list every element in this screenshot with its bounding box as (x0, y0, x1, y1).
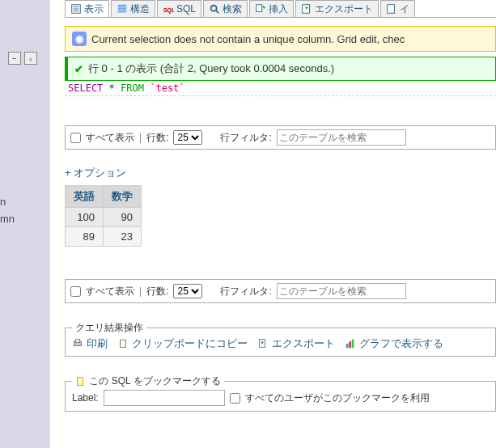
tab-label: SQL (176, 3, 196, 15)
legend-text: この SQL をブックマークする (89, 375, 220, 387)
svg-rect-18 (121, 339, 125, 341)
svg-rect-5 (118, 7, 127, 10)
table-row: 100 90 (66, 208, 142, 227)
link-label: 印刷 (87, 336, 108, 351)
check-icon: ✔ (74, 63, 83, 75)
svg-rect-14 (388, 5, 395, 14)
sidebar: − ⬨ n mn (0, 0, 50, 448)
rows-label: 行数: (146, 131, 168, 145)
export-icon (257, 338, 269, 349)
sql-keyword: SELECT (68, 82, 103, 94)
all-users-label: すべてのユーザがこのブックマークを利用 (245, 391, 430, 405)
tab-insert[interactable]: 挿入 (249, 0, 294, 17)
filter-input[interactable] (277, 283, 406, 299)
main-content: 表示 構造 SQL SQL 検索 挿入 (50, 0, 496, 448)
filter-input[interactable] (277, 129, 406, 146)
tab-sql[interactable]: SQL SQL (157, 0, 201, 17)
list-icon (70, 3, 82, 15)
warning-banner: ◉ Current selection does not contain a u… (65, 26, 496, 52)
result-table: 英語 数学 100 90 89 23 (65, 185, 142, 247)
tab-search[interactable]: 検索 (203, 0, 248, 17)
filter-label: 行フィルタ: (220, 285, 271, 298)
cell: 89 (66, 227, 104, 247)
tab-export[interactable]: エクスポート (295, 0, 379, 17)
column-header[interactable]: 数学 (104, 186, 142, 208)
cell: 100 (66, 208, 104, 227)
svg-line-11 (263, 6, 265, 9)
tab-label: 構造 (130, 2, 150, 16)
show-all-checkbox[interactable] (70, 286, 81, 297)
svg-rect-4 (118, 5, 127, 7)
sql-keyword: FROM (121, 82, 144, 94)
sidebar-tree-fragment: n mn (0, 194, 15, 228)
bookmark-label-input[interactable] (104, 390, 225, 406)
tab-browse[interactable]: 表示 (65, 0, 109, 17)
link-icon[interactable]: ⬨ (24, 52, 37, 65)
tab-structure[interactable]: 構造 (111, 0, 155, 17)
sql-query: SELECT * FROM `test` (65, 81, 496, 96)
insert-icon (255, 3, 266, 15)
print-link[interactable]: 印刷 (72, 336, 108, 351)
show-all-label: すべて表示 (86, 131, 134, 145)
sql-table: `test` (150, 82, 184, 94)
svg-line-9 (216, 11, 219, 14)
copy-link[interactable]: クリップボードにコピー (117, 336, 248, 351)
svg-rect-21 (346, 344, 349, 348)
link-label: クリップボードにコピー (132, 336, 248, 351)
printer-icon (72, 338, 83, 349)
svg-rect-10 (256, 5, 262, 12)
search-icon (209, 3, 220, 15)
warning-text: Current selection does not contain a uni… (91, 33, 405, 45)
svg-rect-23 (352, 340, 354, 349)
filter-label: 行フィルタ: (220, 131, 271, 145)
table-row: 89 23 (66, 227, 142, 247)
export-icon (301, 3, 312, 15)
rows-label: 行数: (146, 285, 168, 298)
svg-rect-16 (75, 340, 79, 343)
tab-label: 挿入 (269, 2, 288, 16)
rows-select[interactable]: 25 (173, 130, 202, 145)
svg-rect-6 (118, 11, 127, 13)
fieldset-legend: この SQL をブックマークする (72, 374, 224, 388)
chart-icon (345, 338, 356, 349)
cell: 23 (104, 227, 142, 247)
tab-bar: 表示 構造 SQL SQL 検索 挿入 (65, 0, 496, 18)
controls-bar-top: すべて表示 | 行数: 25 行フィルタ: (65, 125, 496, 150)
options-link[interactable]: + オプション (65, 166, 126, 180)
cell: 90 (104, 208, 142, 227)
link-label: エクスポート (272, 336, 335, 351)
chart-link[interactable]: グラフで表示する (345, 336, 443, 351)
export-link[interactable]: エクスポート (257, 336, 335, 351)
svg-rect-17 (121, 340, 126, 348)
bookmark-label: Label: (72, 392, 99, 404)
success-text: 行 0 - 1 の表示 (合計 2, Query took 0.0004 sec… (88, 61, 334, 76)
bookmark-section: この SQL をブックマークする Label: すべてのユーザがこのブックマーク… (65, 381, 496, 412)
table-header-row: 英語 数学 (66, 186, 142, 208)
svg-rect-12 (303, 5, 310, 14)
svg-text:SQL: SQL (163, 7, 174, 14)
success-banner: ✔ 行 0 - 1 の表示 (合計 2, Query took 0.0004 s… (65, 57, 496, 81)
minus-icon[interactable]: − (8, 52, 21, 65)
show-all-checkbox[interactable] (70, 133, 81, 143)
clipboard-icon (117, 338, 129, 349)
fieldset-legend: クエリ結果操作 (72, 321, 146, 335)
rows-select[interactable]: 25 (173, 284, 202, 298)
column-header[interactable]: 英語 (66, 186, 104, 208)
tab-import[interactable]: イ (380, 0, 415, 17)
show-all-label: すべて表示 (86, 285, 134, 298)
link-label: グラフで表示する (359, 336, 443, 351)
query-operations: クエリ結果操作 印刷 クリップボードにコピー エクスポート グラフで表示する (65, 328, 496, 357)
import-icon (386, 3, 397, 15)
sql-star: * (109, 82, 115, 94)
separator: | (139, 285, 142, 297)
tab-label: 検索 (223, 2, 242, 16)
structure-icon (117, 3, 128, 15)
all-users-checkbox[interactable] (230, 393, 240, 404)
svg-rect-24 (78, 378, 83, 386)
tab-label: エクスポート (315, 2, 373, 16)
separator: | (139, 132, 142, 143)
bookmark-icon (75, 376, 87, 387)
sql-icon: SQL (163, 3, 174, 15)
controls-bar-bottom: すべて表示 | 行数: 25 行フィルタ: (65, 279, 496, 303)
tab-label: 表示 (84, 2, 104, 16)
